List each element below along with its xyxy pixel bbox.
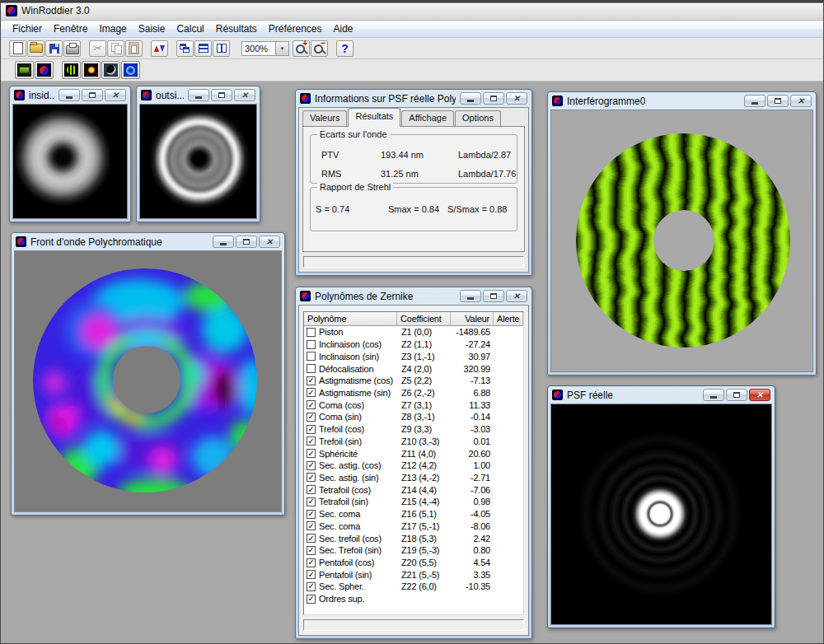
window-outside-image[interactable]: outsi... ✕ <box>136 86 260 222</box>
table-row[interactable]: ✓Sec. astig. (sin)Z13 (4,-2)-2.71 <box>304 472 523 484</box>
maximize-button[interactable] <box>236 236 257 248</box>
menu-item-prfrences[interactable]: Préférences <box>263 21 328 36</box>
window-wavefront[interactable]: Front d'onde Polychromatique ✕ <box>11 232 285 516</box>
zoom-level-value[interactable]: 300% <box>242 42 275 55</box>
table-row[interactable]: ✓Sec. Trefoil (sin)Z19 (5,-3)0.80 <box>304 544 523 557</box>
menu-item-fentre[interactable]: Fenêtre <box>48 21 93 36</box>
close-button[interactable]: ✕ <box>259 236 280 248</box>
cut-button[interactable]: ✂ <box>89 40 106 57</box>
checkbox-checked[interactable]: ✓ <box>307 388 316 397</box>
window-zernike[interactable]: Polynômes de Zernike ✕ PolynômeCoefficie… <box>295 287 532 639</box>
tab-affichage[interactable]: Affichage <box>401 110 454 127</box>
tile-vertical-button[interactable] <box>213 40 230 57</box>
zernike-titlebar[interactable]: Polynômes de Zernike ✕ <box>298 287 529 305</box>
window-informations-psf[interactable]: Informations sur PSF réelle Polychro... … <box>295 89 532 276</box>
tab-options[interactable]: Options <box>455 110 501 127</box>
minimize-button[interactable] <box>460 92 481 105</box>
checkbox-unchecked[interactable] <box>307 364 316 373</box>
informations-titlebar[interactable]: Informations sur PSF réelle Polychro... … <box>298 90 529 107</box>
menu-item-rsultats[interactable]: Résultats <box>210 21 263 36</box>
zernike-table[interactable]: PolynômeCoefficientValeurAlerte PistonZ1… <box>303 311 524 615</box>
menu-item-calcul[interactable]: Calcul <box>171 21 209 36</box>
table-row[interactable]: DéfocalisationZ4 (2,0)320.99 <box>304 362 523 375</box>
close-button[interactable]: ✕ <box>506 290 527 302</box>
table-row[interactable]: ✓Trefoil (sin)Z10 (3,-3)0.01 <box>304 435 523 447</box>
table-row[interactable]: ✓Sec. comaZ17 (5,-1)-8.06 <box>304 520 523 533</box>
close-button[interactable]: ✕ <box>506 92 527 105</box>
table-row[interactable]: PistonZ1 (0,0)-1489.65 <box>304 326 523 338</box>
open-file-button[interactable] <box>27 40 44 57</box>
close-button[interactable]: ✕ <box>105 89 126 101</box>
checkbox-unchecked[interactable] <box>307 340 316 349</box>
minimize-button[interactable] <box>460 290 481 302</box>
checkbox-checked[interactable]: ✓ <box>307 558 316 567</box>
table-row[interactable]: ✓Tetrafoil (sin)Z15 (4,-4)0.98 <box>304 496 523 508</box>
maximize-button[interactable] <box>82 89 103 101</box>
tab-rsultats[interactable]: Résultats <box>348 108 400 127</box>
minimize-button[interactable] <box>213 236 234 248</box>
winroddier-logo-button[interactable] <box>35 61 54 79</box>
psf-titlebar[interactable]: PSF réelle ✕ <box>550 386 772 404</box>
menu-item-aide[interactable]: Aide <box>328 21 359 36</box>
table-row[interactable]: ✓Pentafoil (sin)Z21 (5,-5)3.35 <box>304 568 523 581</box>
window-psf-reelle[interactable]: PSF réelle ✕ <box>547 385 775 628</box>
save-file-button[interactable] <box>45 40 63 57</box>
menu-item-fichier[interactable]: Fichier <box>7 21 48 36</box>
checkbox-checked[interactable]: ✓ <box>307 413 316 422</box>
zernike-column-header[interactable]: Valeur <box>451 312 494 326</box>
table-row[interactable]: ✓Coma (sin)Z8 (3,-1)-0.14 <box>304 411 523 423</box>
checkbox-checked[interactable]: ✓ <box>307 485 316 494</box>
table-row[interactable]: ✓Astigmatisme (cos)Z5 (2,2)-7.13 <box>304 375 523 387</box>
checkbox-unchecked[interactable] <box>307 352 316 361</box>
zoom-in-button[interactable]: + <box>293 40 310 57</box>
menu-item-image[interactable]: Image <box>93 21 132 36</box>
table-row[interactable]: ✓Pentafoil (cos)Z20 (5,5)4.54 <box>304 557 523 569</box>
maximize-button[interactable] <box>726 389 747 401</box>
cascade-windows-button[interactable] <box>176 40 194 57</box>
table-row[interactable]: Inclinaison (sin)Z3 (1,-1)30.97 <box>304 350 523 362</box>
table-row[interactable]: ✓Sec. trefoil (cos)Z18 (5,3)2.42 <box>304 532 523 544</box>
zernike-column-header[interactable]: Polynôme <box>304 312 397 326</box>
checkbox-checked[interactable]: ✓ <box>307 534 316 543</box>
capture-button[interactable] <box>15 61 34 79</box>
wavefront-button[interactable] <box>121 61 140 79</box>
table-row[interactable]: ✓Sec. comaZ16 (5,1)-4.05 <box>304 508 523 520</box>
minimize-button[interactable] <box>188 89 209 101</box>
menu-item-saisie[interactable]: Saisie <box>133 21 171 36</box>
maximize-button[interactable] <box>483 290 504 302</box>
help-button[interactable]: ? <box>336 40 353 57</box>
table-row[interactable]: ✓Ordres sup. <box>304 593 523 605</box>
checkbox-checked[interactable]: ✓ <box>307 595 316 604</box>
close-button[interactable]: ✕ <box>790 95 812 107</box>
copy-button[interactable] <box>107 40 124 57</box>
checkbox-checked[interactable]: ✓ <box>307 510 316 519</box>
close-button[interactable]: ✕ <box>749 389 770 401</box>
table-row[interactable]: ✓Trefoil (cos)Z9 (3,3)-3.03 <box>304 423 523 436</box>
table-row[interactable]: ✓Coma (cos)Z7 (3,1)11.33 <box>304 399 523 411</box>
minimize-button[interactable] <box>703 389 724 401</box>
tile-horizontal-button[interactable] <box>194 40 212 57</box>
checkbox-checked[interactable]: ✓ <box>307 570 316 579</box>
psf-button[interactable] <box>82 61 101 79</box>
zernike-column-header[interactable]: Alerte <box>494 312 523 326</box>
window-inside-image[interactable]: insid... ✕ <box>9 86 131 222</box>
checkbox-checked[interactable]: ✓ <box>307 425 316 434</box>
tab-valeurs[interactable]: Valeurs <box>302 110 347 127</box>
minimize-button[interactable] <box>59 89 80 101</box>
table-row[interactable]: ✓SphéricitéZ11 (4,0)20.60 <box>304 447 523 460</box>
checkbox-checked[interactable]: ✓ <box>307 376 316 385</box>
maximize-button[interactable] <box>767 95 789 107</box>
checkbox-checked[interactable]: ✓ <box>307 546 316 555</box>
table-row[interactable]: ✓Astigmatisme (sin)Z6 (2,-2)6.88 <box>304 387 523 399</box>
close-button[interactable]: ✕ <box>234 89 255 101</box>
table-row[interactable]: ✓Sec. astig. (cos)Z12 (4,2)1.00 <box>304 460 523 472</box>
checkbox-checked[interactable]: ✓ <box>307 582 316 591</box>
table-row[interactable]: Inclinaison (cos)Z2 (1,1)-27.24 <box>304 338 523 351</box>
refresh-button[interactable] <box>151 40 168 57</box>
maximize-button[interactable] <box>483 92 504 105</box>
table-row[interactable]: ✓Sec. Spher.Z22 (6,0)-10.35 <box>304 581 523 593</box>
checkbox-checked[interactable]: ✓ <box>307 400 316 409</box>
interferogram-button[interactable] <box>62 61 81 79</box>
print-button[interactable] <box>63 40 81 57</box>
window-inside-titlebar[interactable]: insid... ✕ <box>12 86 128 104</box>
